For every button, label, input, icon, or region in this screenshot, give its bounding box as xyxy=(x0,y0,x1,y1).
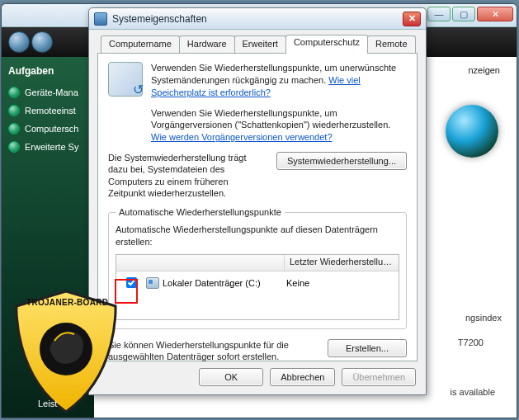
drive-name: Lokaler Datenträger (C:) xyxy=(163,278,261,288)
tasks-header: Aufgaben xyxy=(8,65,87,77)
dialog-title: Systemeigenschaften xyxy=(112,13,398,25)
group-description: Automatische Wiederherstellungspunkte au… xyxy=(116,224,399,248)
nav-forward-button[interactable] xyxy=(31,31,53,53)
system-icon xyxy=(94,12,107,26)
apply-button[interactable]: Übernehmen xyxy=(342,368,416,386)
bg-text-fragment: ngsindex xyxy=(465,313,502,323)
restore-description: Die Systemwiederherstellung trägt dazu b… xyxy=(108,152,267,199)
bullet-icon xyxy=(8,123,20,134)
dialog-titlebar: Systemeigenschaften ✕ xyxy=(89,8,426,30)
tab-hardware[interactable]: Hardware xyxy=(179,35,235,54)
badge-label: TROJANER-BOARD xyxy=(26,298,108,307)
col-checkbox xyxy=(116,255,139,271)
bg-text-fragment: is available xyxy=(451,387,495,397)
bullet-icon xyxy=(8,87,20,98)
tab-erweitert[interactable]: Erweitert xyxy=(234,35,286,54)
system-restore-button[interactable]: Systemwiederherstellung... xyxy=(276,152,407,170)
system-properties-dialog: Systemeigenschaften ✕ Computername Hardw… xyxy=(88,7,427,395)
drives-table: Letzter Wiederherstellun... Lokaler Date… xyxy=(116,254,399,320)
drive-last-restore: Keine xyxy=(283,278,395,288)
col-drive xyxy=(139,255,285,271)
sidebar-item-device-manager[interactable]: Geräte-Mana xyxy=(8,83,87,101)
bullet-icon xyxy=(8,141,20,153)
create-restore-point-button[interactable]: Erstellen... xyxy=(328,339,407,357)
cancel-button[interactable]: Abbrechen xyxy=(270,368,335,386)
tab-computername[interactable]: Computername xyxy=(101,35,180,54)
bg-text-fragment: nzeigen xyxy=(468,65,500,75)
auto-restore-group: Automatische Wiederherstellungspunkte Au… xyxy=(108,207,407,329)
table-row[interactable]: Lokaler Datenträger (C:) Keine xyxy=(116,271,399,295)
trojaner-board-badge: TROJANER-BOARD xyxy=(5,285,127,417)
sidebar-item-system-protection[interactable]: Computersch xyxy=(8,120,87,138)
ok-button[interactable]: OK xyxy=(199,368,263,386)
tab-panel: Verwenden Sie Wiederherstellungspunkte, … xyxy=(97,53,418,361)
tab-strip: Computername Hardware Erweitert Computer… xyxy=(101,35,418,54)
col-last-restore: Letzter Wiederherstellun... xyxy=(285,255,399,271)
info-text-1: Verwenden Sie Wiederherstellungspunkte, … xyxy=(151,62,407,144)
create-description: Sie können Wiederherstellungspunkte für … xyxy=(108,339,318,363)
windows-logo-icon xyxy=(446,105,498,158)
bg-text-fragment: Leist xyxy=(38,399,57,408)
system-restore-icon xyxy=(108,62,143,97)
minimize-button[interactable]: ― xyxy=(427,7,451,21)
bullet-icon xyxy=(8,105,20,116)
bg-text-fragment: T7200 xyxy=(458,337,484,347)
group-legend: Automatische Wiederherstellungspunkte xyxy=(116,207,285,217)
tab-remote[interactable]: Remote xyxy=(367,35,416,54)
dialog-close-button[interactable]: ✕ xyxy=(403,12,421,26)
link-previous-versions[interactable]: Wie werden Vorgängerversionen verwendet? xyxy=(151,132,333,142)
sidebar-item-remote[interactable]: Remoteeinst xyxy=(8,101,87,120)
maximize-button[interactable]: ▢ xyxy=(452,7,475,21)
close-button[interactable]: ✕ xyxy=(477,7,513,21)
tab-computerschutz[interactable]: Computerschutz xyxy=(285,35,368,54)
nav-back-button[interactable] xyxy=(8,31,30,53)
sidebar-item-advanced[interactable]: Erweiterte Sy xyxy=(8,138,87,156)
disk-icon xyxy=(146,277,159,289)
